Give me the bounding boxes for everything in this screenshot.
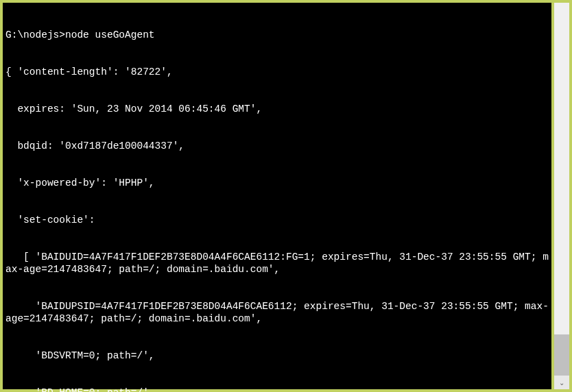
command-line: G:\nodejs>node useGoAgent xyxy=(5,29,549,41)
output-line: { 'content-length': '82722', xyxy=(5,66,549,78)
output-line: expires: 'Sun, 23 Nov 2014 06:45:46 GMT'… xyxy=(5,103,549,115)
vertical-scrollbar[interactable]: ⌄ xyxy=(554,3,569,389)
output-line: 'BD_HOME=0; path=/', xyxy=(5,387,549,392)
output-line: 'BDSVRTM=0; path=/', xyxy=(5,350,549,362)
output-line: bdqid: '0xd7187de100044337', xyxy=(5,140,549,152)
chevron-down-icon: ⌄ xyxy=(559,379,564,387)
output-line: 'x-powered-by': 'HPHP', xyxy=(5,177,549,189)
scrollbar-thumb[interactable] xyxy=(554,334,569,376)
output-line: [ 'BAIDUID=4A7F417F1DEF2B73E8D04A4F6CAE6… xyxy=(5,251,549,275)
output-line: 'set-cookie': xyxy=(5,214,549,226)
terminal-window[interactable]: G:\nodejs>node useGoAgent { 'content-len… xyxy=(3,3,551,389)
output-line: 'BAIDUPSID=4A7F417F1DEF2B73E8D04A4F6CAE6… xyxy=(5,300,549,325)
scroll-down-button[interactable]: ⌄ xyxy=(554,376,569,389)
